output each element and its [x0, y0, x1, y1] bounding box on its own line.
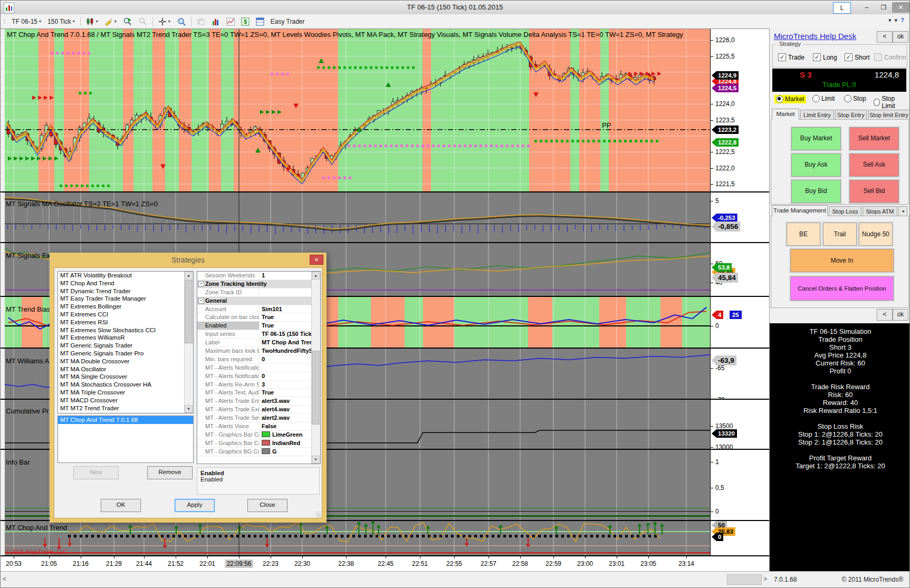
property-row[interactable]: MT - Alerts Notification0 [197, 372, 320, 381]
dialog-close-icon[interactable]: ✕ [310, 255, 323, 265]
property-row[interactable]: MT - Alerts Re-Arm Se3 [197, 381, 320, 389]
strategy-list-item[interactable]: MT Generic Signals Trader Pro [58, 350, 193, 358]
strategy-list-item[interactable]: MT Dynamic Trend Trader [58, 287, 193, 295]
property-row[interactable]: General− [197, 297, 320, 305]
strategy-list-item[interactable]: MT MA Stochastics Crossover HA [58, 381, 193, 389]
property-row[interactable]: Session Weekends1 [197, 272, 320, 280]
checkbox-box[interactable]: ✓ [778, 53, 786, 61]
buy-ask-button[interactable]: Buy Ask [791, 153, 841, 177]
strategy-list-item[interactable]: MT MACD Crossover [58, 397, 193, 404]
strategy-property-grid[interactable]: Session Weekends1Zone Tracking Identity−… [197, 271, 321, 464]
remove-button[interactable]: Remove [147, 466, 193, 479]
checkbox-trade[interactable]: ✓Trade [778, 53, 804, 61]
price-axis-price[interactable]: 1226,01225,51224,01223,51222,51222,01221… [710, 29, 769, 191]
scroll-up-icon[interactable]: ▲ [312, 272, 320, 279]
dialog-close-button[interactable]: Close [247, 499, 288, 512]
zoom-out-icon[interactable] [137, 16, 149, 27]
nudge-50-button[interactable]: Nudge 50 [859, 223, 893, 246]
ok-button[interactable]: ok [893, 31, 908, 43]
time-axis[interactable]: 20:5321:0521:1621:2921:4421:5222:0122:09… [1, 555, 769, 571]
collapse-icon[interactable]: − [198, 281, 204, 287]
strategy-list-item[interactable]: MT Chop And Trend [58, 279, 193, 287]
help-icon[interactable]: ? [901, 17, 904, 23]
property-row[interactable]: MT - Alerts Text, AudioTrue [197, 389, 320, 397]
tab-stop-loss[interactable]: Stop Loss [829, 206, 861, 216]
sell-market-button[interactable]: Sell Market [849, 127, 899, 150]
collapse-button-2[interactable]: < [877, 309, 893, 321]
panel-grid-icon[interactable] [254, 16, 266, 27]
checkbox-long[interactable]: ✓Long [813, 53, 837, 61]
scrollbar[interactable]: ▲▼ [184, 272, 193, 413]
property-row[interactable]: Calculate on bar closeTrue [197, 313, 320, 322]
close-button[interactable]: ✕ [892, 2, 909, 13]
order-type-stop[interactable]: Stop [844, 95, 866, 102]
property-row[interactable]: MT - Alerts Trade Setualert2.wav [197, 414, 320, 422]
checkbox-box[interactable] [874, 53, 882, 61]
property-row[interactable]: MT - Alerts VoiceFalse [197, 422, 320, 431]
checkbox-short[interactable]: ✓Short [845, 53, 870, 61]
crosshair-icon[interactable]: ▾ [157, 16, 172, 27]
dialog-ok-button[interactable]: OK [101, 499, 141, 512]
property-row[interactable]: MT - Alerts Notification [197, 364, 320, 372]
strategy-list-item[interactable]: MT MA Triple Crossover [58, 389, 193, 397]
scroll-down-icon[interactable]: ▼ [312, 456, 320, 464]
checkbox-box[interactable]: ✓ [845, 53, 852, 61]
scroll-right-icon[interactable]: > [763, 575, 767, 583]
drawing-tools-icon[interactable]: ▾ [103, 16, 118, 27]
tab-stops-atm[interactable]: Stops ATM [863, 206, 897, 216]
strategy-list-item[interactable]: MT MA Double Crossover [58, 358, 193, 365]
toolbar-grip-icon[interactable]: ⁞ [2, 16, 7, 27]
scroll-left-icon[interactable]: < [3, 575, 6, 583]
tab-scroll-left-icon[interactable]: ◂ [898, 206, 907, 216]
help-desk-link[interactable]: MicroTrends Help Desk [774, 32, 856, 41]
buy-bid-button[interactable]: Buy Bid [791, 180, 841, 203]
order-type-limit[interactable]: Limit [812, 95, 835, 102]
sell-bid-button[interactable]: Sell Bid [849, 180, 899, 203]
property-row[interactable]: Input seriesTF 06-15 (150 Tick) [197, 330, 320, 339]
price-axis-info_bar[interactable]: 10,50 [710, 450, 769, 520]
zoom-in-icon[interactable] [121, 16, 133, 27]
instrument-selector[interactable]: TF 06-15▾ [10, 16, 43, 27]
price-axis-trend_bias[interactable]: 0425 [710, 297, 769, 348]
property-row[interactable]: MT - Graphics BG ColG [197, 448, 320, 456]
strategy-list-item[interactable]: MT MA Single Crossover [58, 373, 193, 381]
property-row[interactable]: AccountSim101 [197, 305, 320, 314]
ok-button-2[interactable]: ok [893, 309, 908, 321]
order-type-stop-limit[interactable]: Stop Limit [874, 95, 906, 110]
period-selector[interactable]: 150 Tick▾ [46, 16, 76, 27]
scrollbar-thumb[interactable] [185, 280, 193, 343]
property-row[interactable]: MT - Alerts Trade Exit .alert4.wav [197, 406, 320, 414]
strategy-list-item[interactable]: MT Extremes Bollinger [58, 303, 193, 311]
sell-ask-button[interactable]: Sell Ask [849, 153, 899, 177]
property-row[interactable]: Zone Tracking Identity− [197, 280, 320, 288]
property-row[interactable]: Min. bars required0 [197, 355, 320, 364]
property-row[interactable]: MT - Graphics Bar ColLimeGreen [197, 431, 320, 439]
property-row[interactable]: LabelMT Chop And Trend [197, 339, 320, 347]
tab-stop-limit-entry[interactable]: Stop limit Entry [868, 110, 910, 120]
tab-limit-entry[interactable]: Limit Entry [800, 110, 834, 120]
order-type-market[interactable]: Market [774, 95, 806, 103]
strategy-list-item[interactable]: MT MA Oscillator [58, 365, 193, 373]
maximize-button[interactable]: ❒ [876, 2, 891, 13]
applied-strategy-item[interactable]: MT Chop And Trend 7.0.1.68 [58, 416, 193, 424]
resize-grip[interactable] [315, 512, 321, 517]
scrollbar[interactable]: ▲▼ [311, 272, 320, 464]
buy-market-button[interactable]: Buy Market [791, 127, 841, 150]
collapse-button[interactable]: < [877, 31, 893, 43]
strategy-list-item[interactable]: MT Extremes WilliamsR [58, 334, 193, 342]
strategy-list-item[interactable]: MT MT2 Trend Trader [58, 404, 193, 412]
strategy-list-item[interactable]: MT Extremes Slow Stochastics CCI [58, 326, 193, 334]
available-strategies-list[interactable]: MT ATR Volatility BreakoutMT Chop And Tr… [58, 271, 194, 413]
checkbox-box[interactable]: ✓ [813, 53, 821, 61]
tab-stop-entry[interactable]: Stop Entry [835, 110, 867, 120]
strategy-list-item[interactable]: MT Extremes CCI [58, 311, 193, 319]
scrollbar-thumb[interactable] [727, 574, 762, 585]
dollar-icon[interactable]: $ [240, 16, 251, 27]
price-axis-ma_osc[interactable]: 5-0,253-0,856 [710, 192, 769, 242]
strategy-list-item[interactable]: MT Extremes RSI [58, 319, 193, 326]
price-axis-williams[interactable]: -65-70-63,9 [710, 349, 769, 399]
bar-analysis-icon[interactable] [210, 16, 222, 27]
scroll-up-icon[interactable]: ▲ [185, 272, 193, 279]
toolbar-overflow[interactable]: ▾ ▾ ? [888, 17, 904, 24]
layout-button[interactable]: L [833, 2, 851, 14]
